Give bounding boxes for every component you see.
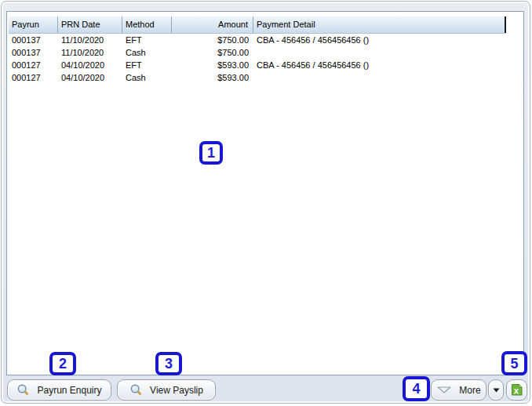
cell-amount: $593.00 xyxy=(172,71,253,84)
column-header-method[interactable]: Method xyxy=(122,16,172,33)
cell-payrun: 000137 xyxy=(9,46,58,59)
annotation-badge-5: 5 xyxy=(501,351,527,375)
cell-prn-date: 04/10/2020 xyxy=(58,71,122,84)
cell-payrun: 000137 xyxy=(9,34,58,46)
cell-payrun: 000127 xyxy=(9,71,58,84)
annotation-badge-2: 2 xyxy=(49,352,76,375)
payrun-enquiry-label: Payrun Enquiry xyxy=(37,385,101,396)
excel-export-icon xyxy=(510,383,523,397)
payments-window: Payrun PRN Date Method Amount Payment De… xyxy=(1,1,530,404)
cell-payrun: 000127 xyxy=(9,59,58,71)
export-excel-button[interactable] xyxy=(506,379,527,401)
dropdown-arrow-icon xyxy=(493,388,500,393)
more-label: More xyxy=(459,385,480,396)
annotation-badge-4: 4 xyxy=(403,376,430,401)
cell-method: EFT xyxy=(122,34,172,46)
cell-prn-date: 11/10/2020 xyxy=(58,46,122,59)
cell-amount: $750.00 xyxy=(172,46,253,59)
cell-amount: $750.00 xyxy=(172,34,253,46)
cell-amount: $593.00 xyxy=(172,59,253,71)
magnifier-icon xyxy=(16,383,30,397)
column-header-payrun[interactable]: Payrun xyxy=(9,16,58,33)
payrun-enquiry-button[interactable]: Payrun Enquiry xyxy=(7,379,111,401)
view-payslip-label: View Payslip xyxy=(150,385,203,396)
column-header-prn-date[interactable]: PRN Date xyxy=(58,16,122,33)
table-row[interactable]: 000137 11/10/2020 Cash $750.00 xyxy=(9,46,506,59)
cell-prn-date: 11/10/2020 xyxy=(58,34,122,46)
cell-method: Cash xyxy=(122,46,172,59)
cell-method: EFT xyxy=(122,59,172,71)
cell-prn-date: 04/10/2020 xyxy=(58,59,122,71)
cell-payment-detail: CBA - 456456 / 456456456 () xyxy=(253,34,506,46)
filter-triangle-icon xyxy=(436,386,452,394)
annotation-badge-3: 3 xyxy=(155,352,182,375)
table-row[interactable]: 000127 04/10/2020 EFT $593.00 CBA - 4564… xyxy=(9,59,506,71)
payments-grid: Payrun PRN Date Method Amount Payment De… xyxy=(9,16,506,84)
table-row[interactable]: 000127 04/10/2020 Cash $593.00 xyxy=(9,71,506,84)
payments-grid-panel: Payrun PRN Date Method Amount Payment De… xyxy=(6,11,524,375)
magnifier-icon xyxy=(129,383,143,397)
more-button[interactable]: More xyxy=(431,379,486,401)
cell-payment-detail xyxy=(253,71,506,84)
column-header-amount[interactable]: Amount xyxy=(172,16,253,33)
view-payslip-button[interactable]: View Payslip xyxy=(117,379,216,401)
cell-payment-detail: CBA - 456456 / 456456456 () xyxy=(253,59,506,71)
cell-payment-detail xyxy=(253,46,506,59)
cell-method: Cash xyxy=(122,71,172,84)
more-dropdown-button[interactable] xyxy=(488,379,504,401)
table-row[interactable]: 000137 11/10/2020 EFT $750.00 CBA - 4564… xyxy=(9,34,506,46)
grid-header-row: Payrun PRN Date Method Amount Payment De… xyxy=(9,16,506,34)
annotation-badge-1: 1 xyxy=(199,141,223,165)
column-header-payment-detail[interactable]: Payment Detail xyxy=(253,16,506,33)
